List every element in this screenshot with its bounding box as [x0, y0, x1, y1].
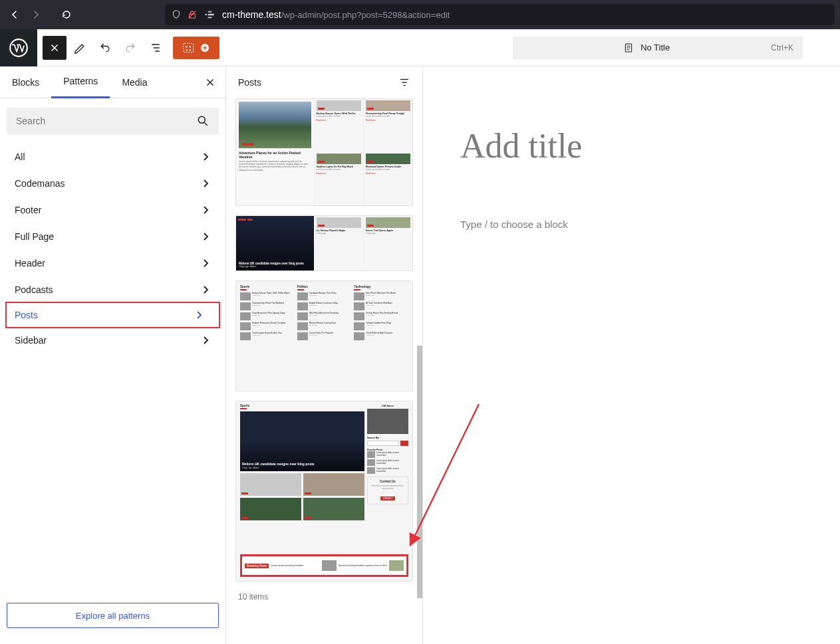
close-inserter-button[interactable]: [43, 36, 67, 60]
patterns-panel-title: Posts: [238, 77, 261, 88]
search-input[interactable]: [16, 116, 196, 126]
undo-button[interactable]: [93, 36, 117, 60]
svg-point-6: [10, 39, 27, 56]
page-icon: [623, 43, 634, 53]
lock-broken-icon: [188, 10, 197, 19]
url-bar[interactable]: cm-theme.test/wp-admin/post.php?post=529…: [165, 4, 835, 25]
category-podcasts[interactable]: Podcasts: [0, 276, 225, 303]
category-footer[interactable]: Footer: [0, 197, 225, 223]
close-inserter-icon[interactable]: [195, 76, 225, 88]
patterns-count: 10 items: [235, 591, 413, 608]
chevron-right-icon: [200, 205, 211, 215]
category-all[interactable]: All: [0, 144, 225, 170]
pattern-thumb-title: Adventure Places for an Action Packed Va…: [239, 151, 311, 159]
pattern-thumb-title: Reform UK candidate resigns over blog po…: [242, 462, 362, 466]
forward-button[interactable]: [27, 5, 45, 24]
url-text: cm-theme.test/wp-admin/post.php?post=529…: [222, 9, 450, 20]
wp-logo[interactable]: [0, 29, 37, 66]
svg-point-26: [198, 116, 205, 123]
svg-point-15: [186, 49, 188, 51]
tab-patterns[interactable]: Patterns: [51, 66, 110, 98]
chevron-right-icon: [200, 231, 211, 242]
explore-patterns-button[interactable]: Explore all patterns: [7, 603, 219, 628]
generate-button[interactable]: [173, 37, 219, 59]
editor-header: No Title Ctrl+K: [0, 29, 840, 66]
inserter-sidebar: Blocks Patterns Media All Codemanas Foot…: [0, 66, 226, 644]
pattern-item[interactable]: Sports Hockey Season Opens With Thriller…: [235, 280, 413, 391]
document-title-text: No Title: [640, 43, 670, 53]
chevron-right-icon: [200, 178, 211, 189]
reload-button[interactable]: [57, 5, 76, 24]
editor-canvas[interactable]: Add title Type / to choose a block: [423, 66, 840, 644]
svg-rect-12: [184, 43, 194, 52]
browser-chrome: cm-theme.test/wp-admin/post.php?post=529…: [0, 0, 840, 29]
post-title-input[interactable]: Add title: [460, 126, 803, 165]
svg-point-13: [186, 46, 188, 47]
patterns-panel: Posts Adventure Places for an Action Pac…: [226, 66, 423, 644]
filter-icon[interactable]: [398, 76, 410, 88]
svg-rect-5: [208, 17, 211, 19]
chevron-right-icon: [194, 310, 204, 320]
chevron-right-icon: [200, 335, 211, 346]
redo-button[interactable]: [118, 36, 142, 60]
pattern-item[interactable]: Sports Reform UK candidate resigns over …: [235, 401, 413, 582]
inserter-tabs: Blocks Patterns Media: [0, 66, 225, 98]
back-button[interactable]: [5, 5, 24, 24]
svg-point-2: [206, 14, 207, 15]
category-header[interactable]: Header: [0, 250, 225, 276]
svg-rect-3: [208, 14, 214, 16]
search-input-wrap[interactable]: [7, 108, 219, 134]
pattern-item[interactable]: Adventure Places for an Action Packed Va…: [235, 98, 413, 206]
pattern-item[interactable]: Reform UK candidate resigns over blog po…: [235, 215, 413, 271]
pattern-category-list: All Codemanas Footer Full Page Header Po…: [0, 144, 225, 593]
document-overview-button[interactable]: [144, 36, 168, 60]
shield-icon: [172, 10, 181, 19]
scrollbar[interactable]: [417, 66, 422, 644]
svg-line-27: [205, 123, 208, 126]
document-title-bar[interactable]: No Title Ctrl+K: [513, 37, 803, 59]
svg-rect-4: [208, 11, 211, 13]
svg-point-16: [190, 49, 191, 51]
svg-point-14: [190, 46, 191, 47]
category-codemanas[interactable]: Codemanas: [0, 170, 225, 197]
search-icon: [196, 114, 210, 128]
tab-media[interactable]: Media: [110, 66, 159, 98]
tab-blocks[interactable]: Blocks: [0, 66, 51, 98]
chevron-right-icon: [200, 152, 211, 162]
patterns-list[interactable]: Adventure Places for an Action Packed Va…: [226, 98, 422, 644]
svg-line-1: [189, 11, 196, 19]
category-full-page[interactable]: Full Page: [0, 223, 225, 250]
chevron-right-icon: [200, 284, 211, 295]
shortcut-hint: Ctrl+K: [771, 43, 793, 53]
tools-button[interactable]: [68, 36, 92, 60]
category-sidebar[interactable]: Sidebar: [0, 327, 225, 354]
chevron-right-icon: [200, 258, 211, 268]
pattern-ticker-annotation: Breaking News Lorem ipsum breaking headl…: [240, 554, 408, 577]
category-posts[interactable]: Posts: [5, 302, 220, 328]
block-appender[interactable]: Type / to choose a block: [460, 219, 803, 230]
permissions-icon: [204, 10, 215, 19]
